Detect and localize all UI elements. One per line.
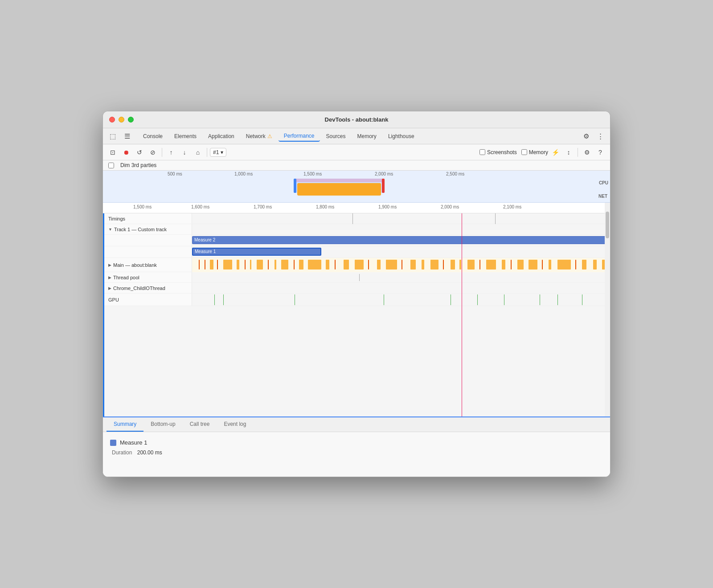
close-button[interactable] [109,117,115,122]
measure1-content[interactable]: Measure 1 [192,246,610,258]
tab-event-log[interactable]: Event log [217,417,253,432]
task-9 [257,260,263,270]
toolbar: ⊡ ⏺ ↺ ⊘ ↑ ↓ ⌂ #1 ▾ Screenshots Memory ⚡ … [103,144,610,160]
profile-select[interactable]: #1 ▾ [210,148,226,157]
dim-parties-checkbox[interactable] [108,163,114,168]
memory-checkbox-container[interactable]: Memory [521,149,548,155]
timeline-overview[interactable]: 500 ms 1,000 ms 1,500 ms 2,000 ms 2,500 … [103,171,610,203]
cpu-throttle-button[interactable]: ⚡ [549,146,561,159]
device-toggle-button[interactable]: ☰ [121,130,133,143]
memory-checkbox[interactable] [521,149,527,155]
bottom-tabs: Summary Bottom-up Call tree Event log [103,417,610,432]
cpu-label: CPU [599,180,608,185]
gpu-row: GPU [103,294,610,306]
more-icon-button[interactable]: ⋮ [594,130,606,143]
task-33 [502,260,505,270]
custom-track-label: ▼ Track 1 — Custom track [103,224,192,234]
drag-handle-right[interactable] [382,179,385,193]
screenshots-checkbox-container[interactable]: Screenshots [479,149,517,155]
settings-gear-button[interactable]: ⚙ [581,146,593,159]
thread-pool-label: ▶ Thread pool [103,272,192,282]
task-35 [517,260,524,270]
minimize-button[interactable] [119,117,124,122]
inspect-icon-button[interactable]: ⬚ [107,130,119,143]
task-30 [467,260,475,270]
tab-summary[interactable]: Summary [107,417,143,432]
task-1 [199,260,200,270]
task-28 [451,260,455,270]
tab-console[interactable]: Console [138,131,168,141]
maximize-button[interactable] [128,117,134,122]
devtools-window: DevTools - about:blank ⬚ ☰ Console Eleme… [102,111,611,477]
network-warning-icon: ⚠ [267,133,272,139]
tab-sources[interactable]: Sources [321,131,351,141]
gpu-m3 [295,294,295,305]
timing-marker-2 [495,213,496,224]
reload-button[interactable]: ↺ [133,146,146,159]
bottom-panel: Summary Bottom-up Call tree Event log Me… [103,416,610,477]
gpu-m7 [504,294,504,305]
selection-overlay[interactable] [295,179,384,193]
main-expand-arrow-icon[interactable]: ▶ [108,263,111,267]
home-button[interactable]: ⌂ [192,146,204,159]
chrome-io-expand-icon[interactable]: ▶ [108,286,111,290]
measure2-label [103,235,192,246]
window-title: DevTools - about:blank [325,116,389,123]
help-button[interactable]: ? [594,146,606,159]
thread-pool-content [192,272,610,283]
upload-button[interactable]: ↑ [165,146,177,159]
thread-pool-expand-icon[interactable]: ▶ [108,275,111,280]
tab-performance[interactable]: Performance [279,131,320,142]
task-19 [355,260,364,270]
task-2 [205,260,205,270]
tab-memory[interactable]: Memory [352,131,382,141]
gpu-m1 [214,294,215,305]
gpu-m8 [540,294,540,305]
measure1-row: Measure 1 [103,246,610,258]
cpu-yellow-bar [297,183,381,196]
settings-icon-button[interactable]: ⚙ [580,130,592,143]
task-21 [377,260,381,270]
main-thread-content[interactable] [192,258,610,272]
task-8 [250,260,251,270]
measure-title-text: Measure 1 [120,439,147,446]
task-16 [326,260,329,270]
task-39 [557,260,571,270]
chrome-io-row: ▶ Chrome_ChildIOThread [103,283,610,294]
scrollbar-track[interactable] [605,203,610,416]
task-32 [486,260,496,270]
duration-value: 200.00 ms [137,449,162,456]
measure1-bar[interactable]: Measure 1 [192,248,321,256]
overview-ruler: 500 ms 1,000 ms 1,500 ms 2,000 ms 2,500 … [132,172,597,179]
download-button[interactable]: ↓ [178,146,191,159]
measure2-content[interactable]: Measure 2 [192,235,610,246]
tab-call-tree[interactable]: Call tree [183,417,217,432]
net-label: NET [598,194,607,199]
drag-handle-left[interactable] [294,179,296,193]
tab-bottom-up[interactable]: Bottom-up [143,417,182,432]
task-5 [223,260,232,270]
tab-network[interactable]: Network ⚠ [241,131,278,141]
expand-arrow-icon[interactable]: ▼ [108,227,112,232]
screenshots-checkbox[interactable] [479,149,485,155]
tab-application[interactable]: Application [203,131,240,141]
gpu-m2 [223,294,224,305]
toggle-record-button[interactable]: ⊡ [107,146,119,159]
start-profiling-button[interactable]: ⏺ [120,146,132,159]
ruler-1500ms: 1,500 ms [133,204,152,209]
dim-bar: Dim 3rd parties [103,160,610,171]
measure2-row: Measure 2 [103,235,610,246]
ruler-2000ms: 2,000 ms [441,204,459,209]
task-20 [368,260,369,270]
timing-marker-1 [352,213,353,224]
network-throttle-button[interactable]: ↕ [562,146,575,159]
ruler-1900ms: 1,900 ms [378,204,397,209]
task-12 [281,260,288,270]
tab-lighthouse[interactable]: Lighthouse [383,131,420,141]
tab-elements[interactable]: Elements [169,131,202,141]
task-11 [275,260,276,270]
scrollbar-thumb[interactable] [606,212,609,238]
traffic-lights [109,117,134,122]
measure2-bar[interactable]: Measure 2 [192,236,610,244]
clear-button[interactable]: ⊘ [147,146,159,159]
